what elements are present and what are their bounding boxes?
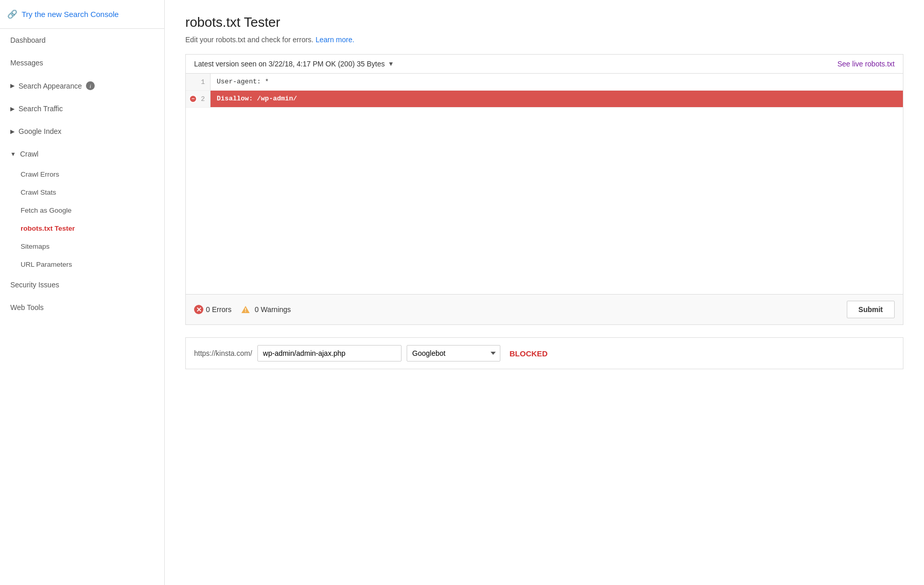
search-traffic-label: Search Traffic [19,105,63,113]
page-title: robots.txt Tester [185,14,903,30]
security-issues-label: Security Issues [10,281,59,289]
messages-label: Messages [10,59,43,67]
see-live-robots-link[interactable]: See live robots.txt [838,60,895,68]
external-link-icon: 🔗 [7,9,18,19]
code-line-1: 1 User-agent: * [186,74,903,91]
web-tools-label: Web Tools [10,303,44,312]
svg-text:!: ! [245,307,246,313]
url-prefix-label: https://kinsta.com/ [194,349,252,357]
url-path-input[interactable] [257,345,402,362]
sidebar-subitem-sitemaps[interactable]: Sitemaps [0,237,164,255]
sidebar-subitem-crawl-errors[interactable]: Crawl Errors [0,165,164,183]
errors-badge: ✕ 0 Errors [194,305,232,314]
sidebar-subitem-url-parameters[interactable]: URL Parameters [0,255,164,273]
sidebar-subitem-fetch-as-google[interactable]: Fetch as Google [0,201,164,219]
expand-arrow-icon: ▶ [10,128,14,135]
sidebar-subitem-robots-txt-tester[interactable]: robots.txt Tester [0,219,164,237]
page-desc-text: Edit your robots.txt and check for error… [185,36,313,44]
code-line-2: − 2 Disallow: /wp-admin/ [186,91,903,108]
version-dropdown-arrow: ▼ [388,60,394,67]
sidebar-subitem-crawl-stats[interactable]: Crawl Stats [0,183,164,201]
error-warnings-area: ✕ 0 Errors ! 0 Warnings [194,305,291,314]
sidebar-item-search-appearance[interactable]: ▶ Search Appearance i [0,74,164,97]
dashboard-label: Dashboard [10,36,46,44]
sidebar: 🔗 Try the new Search Console Dashboard M… [0,0,165,585]
code-content-2: Disallow: /wp-admin/ [211,91,303,107]
collapse-arrow-icon: ▼ [10,151,16,157]
line-gutter-2: − 2 [186,91,211,107]
google-index-label: Google Index [19,127,61,135]
sidebar-item-web-tools[interactable]: Web Tools [0,296,164,319]
warning-triangle-icon: ! [241,305,250,314]
footer-bar: ✕ 0 Errors ! 0 Warnings Submit [185,295,903,325]
code-editor[interactable]: 1 User-agent: * − 2 Disallow: /wp-admin/ [185,73,903,295]
search-appearance-label: Search Appearance [19,82,82,90]
url-tester-section: https://kinsta.com/ Googlebot Googlebot-… [185,337,903,369]
sidebar-item-google-index[interactable]: ▶ Google Index [0,120,164,143]
error-indicator-icon: − [189,95,197,103]
page-description: Edit your robots.txt and check for error… [185,36,903,44]
main-content: robots.txt Tester Edit your robots.txt a… [165,0,924,585]
error-circle-icon: ✕ [194,305,203,314]
warnings-count-label: 0 Warnings [255,305,291,314]
line-gutter-1: 1 [186,74,211,90]
expand-arrow-icon: ▶ [10,82,14,89]
version-bar: Latest version seen on 3/22/18, 4:17 PM … [185,54,903,73]
submit-button[interactable]: Submit [847,301,895,318]
info-icon: i [86,81,95,90]
bot-selector[interactable]: Googlebot Googlebot-Image Googlebot-Vide… [407,345,500,362]
code-content-1: User-agent: * [211,74,275,90]
sidebar-item-messages[interactable]: Messages [0,51,164,74]
sidebar-item-search-traffic[interactable]: ▶ Search Traffic [0,97,164,120]
crawl-label: Crawl [20,150,39,158]
learn-more-link[interactable]: Learn more. [316,36,354,44]
sidebar-item-dashboard[interactable]: Dashboard [0,29,164,51]
errors-count-label: 0 Errors [206,305,232,314]
expand-arrow-icon: ▶ [10,106,14,112]
sidebar-item-crawl[interactable]: ▼ Crawl [0,143,164,165]
code-editor-empty-area [186,108,903,293]
new-search-console-anchor[interactable]: Try the new Search Console [22,10,119,19]
new-search-console-link[interactable]: 🔗 Try the new Search Console [0,0,164,29]
blocked-result-label: BLOCKED [505,349,552,358]
warnings-badge: ! 0 Warnings [241,305,291,314]
sidebar-item-security-issues[interactable]: Security Issues [0,273,164,296]
version-text[interactable]: Latest version seen on 3/22/18, 4:17 PM … [194,60,394,68]
